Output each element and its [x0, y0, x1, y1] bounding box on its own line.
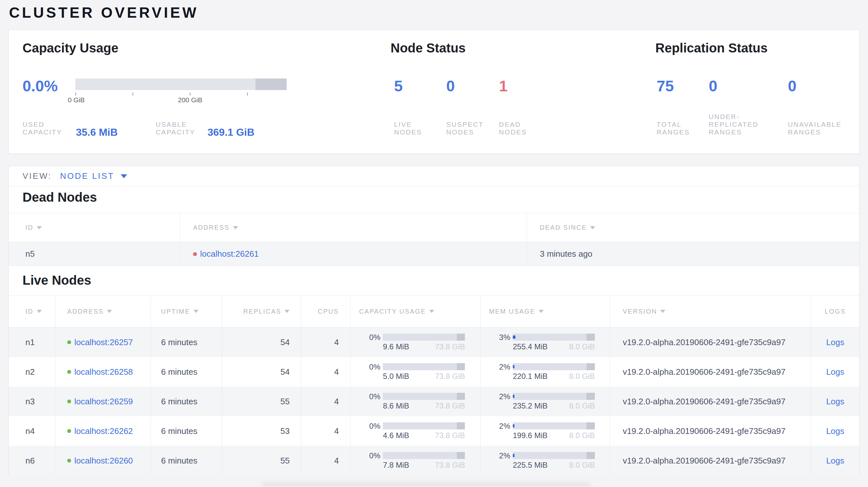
logs-link[interactable]: Logs	[826, 367, 844, 377]
mem-bar-segment	[587, 422, 595, 429]
node-address-link[interactable]: localhost:26261	[200, 249, 259, 259]
uptime-value: 6 minutes	[161, 367, 197, 377]
capacity-usage-cell: 0% 8.6 MiB 73.8 GiB	[359, 393, 465, 410]
sort-arrow-icon	[429, 310, 434, 313]
capacity-used-value: 4.6 MiB	[383, 431, 409, 440]
view-dropdown[interactable]: NODE LIST	[60, 171, 127, 181]
col-header-address[interactable]: ADDRESS	[180, 213, 527, 242]
mem-bar	[513, 363, 595, 370]
uptime-value: 6 minutes	[161, 426, 197, 436]
logs-link[interactable]: Logs	[826, 337, 844, 347]
sort-arrow-icon	[107, 310, 112, 313]
mem-used-value: 220.1 MiB	[513, 372, 548, 381]
capacity-percent: 0%	[359, 393, 380, 410]
node-id: n3	[25, 397, 35, 407]
replication-status-title: Replication Status	[655, 41, 768, 55]
capacity-total-value: 73.8 GiB	[435, 372, 465, 381]
live-status-dot-icon	[67, 459, 71, 462]
capacity-bar	[383, 422, 465, 429]
used-capacity-label: USED CAPACITY	[23, 113, 62, 136]
uptime-value: 6 minutes	[161, 456, 197, 466]
view-bar: VIEW: NODE LIST	[9, 166, 859, 186]
mem-total-value: 8.0 GiB	[569, 402, 595, 410]
col-header-replicas[interactable]: REPLICAS	[222, 296, 301, 327]
capacity-used-value: 5.0 MiB	[383, 372, 409, 381]
version-value: v19.2.0-alpha.20190606-2491-gfe735c9a97	[623, 456, 786, 466]
replicas-value: 55	[280, 397, 289, 407]
replicas-value: 54	[280, 367, 289, 377]
col-header-dead-since[interactable]: DEAD SINCE	[527, 213, 859, 242]
node-address-link[interactable]: localhost:26258	[74, 367, 133, 377]
capacity-usage-cell: 0% 9.6 MiB 73.8 GiB	[359, 333, 465, 351]
col-header-version[interactable]: VERSION	[610, 296, 811, 327]
mem-bar-segment	[587, 393, 595, 400]
usable-capacity-label: USABLE CAPACITY	[156, 113, 195, 136]
capacity-bar-segment	[457, 393, 465, 400]
capacity-bar-used-segment	[255, 78, 287, 90]
node-address-link[interactable]: localhost:26259	[74, 397, 133, 407]
suspect-nodes-label: SUSPECT NODES	[446, 113, 484, 136]
replicas-value: 55	[280, 456, 289, 466]
logs-link[interactable]: Logs	[826, 397, 844, 407]
col-header-logs: LOGS	[811, 296, 859, 327]
mem-usage-cell: 2% 220.1 MiB 8.0 GiB	[489, 363, 595, 381]
mem-total-value: 8.0 GiB	[569, 431, 595, 440]
cluster-summary-card: Capacity Usage 0.0% 0 GiB 200 GiB USED C…	[8, 30, 860, 154]
capacity-bar-segment	[457, 452, 465, 459]
mem-total-value: 8.0 GiB	[569, 372, 595, 381]
table-row: n4 localhost:26262 6 minutes 53 4 0% 4.6…	[9, 416, 859, 446]
live-nodes-table: ID ADDRESS UPTIME REPLICAS CPUS CAPACITY…	[9, 295, 859, 476]
cpus-value: 4	[334, 456, 339, 466]
node-address-link[interactable]: localhost:26260	[74, 456, 133, 466]
mem-usage-cell: 2% 199.6 MiB 8.0 GiB	[489, 422, 595, 440]
capacity-percent: 0%	[359, 333, 380, 351]
live-nodes-header-row: ID ADDRESS UPTIME REPLICAS CPUS CAPACITY…	[9, 295, 859, 327]
mem-bar	[513, 393, 595, 400]
dead-status-dot-icon	[193, 252, 197, 256]
used-capacity-value: 35.6 MiB	[76, 126, 118, 138]
mem-percent: 3%	[489, 333, 510, 351]
logs-link[interactable]: Logs	[826, 426, 844, 436]
col-header-capacity-usage[interactable]: CAPACITY USAGE	[350, 296, 480, 327]
mem-bar	[513, 422, 595, 429]
capacity-bar	[383, 452, 465, 459]
col-header-uptime[interactable]: UPTIME	[151, 296, 222, 327]
bottom-shadow	[262, 483, 590, 487]
sort-arrow-icon	[538, 310, 544, 313]
node-address-link[interactable]: localhost:26257	[74, 337, 133, 347]
col-header-address[interactable]: ADDRESS	[55, 296, 151, 327]
replicas-value: 54	[280, 337, 289, 347]
table-row: n6 localhost:26260 6 minutes 55 4 0% 7.8…	[9, 446, 859, 476]
live-status-dot-icon	[67, 340, 71, 344]
live-nodes-rows: n1 localhost:26257 6 minutes 54 4 0% 9.6…	[9, 327, 859, 476]
mem-bar-fill	[513, 365, 515, 368]
replicas-value: 53	[280, 426, 289, 436]
mem-bar	[513, 333, 595, 340]
logs-link[interactable]: Logs	[826, 456, 844, 466]
total-ranges-label: TOTAL RANGES	[657, 113, 690, 136]
capacity-percent: 0%	[359, 452, 380, 469]
capacity-usage-cell: 0% 7.8 MiB 73.8 GiB	[359, 452, 465, 469]
dead-nodes-heading: Dead Nodes	[23, 190, 97, 204]
col-header-id[interactable]: ID	[9, 213, 180, 242]
under-replicated-label: UNDER- REPLICATED RANGES	[709, 113, 758, 136]
mem-total-value: 8.0 GiB	[569, 343, 595, 351]
live-status-dot-icon	[67, 370, 71, 374]
uptime-value: 6 minutes	[161, 337, 197, 347]
col-header-mem-usage[interactable]: MEM USAGE	[480, 296, 610, 327]
sort-arrow-icon	[590, 226, 595, 229]
mem-bar-segment	[587, 452, 595, 459]
table-row: n2 localhost:26258 6 minutes 54 4 0% 5.0…	[9, 357, 859, 387]
capacity-used-value: 8.6 MiB	[383, 402, 409, 410]
col-header-id[interactable]: ID	[9, 296, 55, 327]
node-id: n2	[25, 367, 35, 377]
node-address-link[interactable]: localhost:26262	[74, 426, 133, 436]
mem-bar	[513, 452, 595, 459]
mem-percent: 2%	[489, 363, 510, 381]
sort-arrow-icon	[233, 226, 238, 229]
sort-arrow-icon	[284, 310, 289, 313]
table-row: n1 localhost:26257 6 minutes 54 4 0% 9.6…	[9, 327, 859, 357]
version-value: v19.2.0-alpha.20190606-2491-gfe735c9a97	[623, 337, 786, 347]
mem-percent: 2%	[489, 422, 510, 440]
axis-tick	[247, 93, 248, 96]
